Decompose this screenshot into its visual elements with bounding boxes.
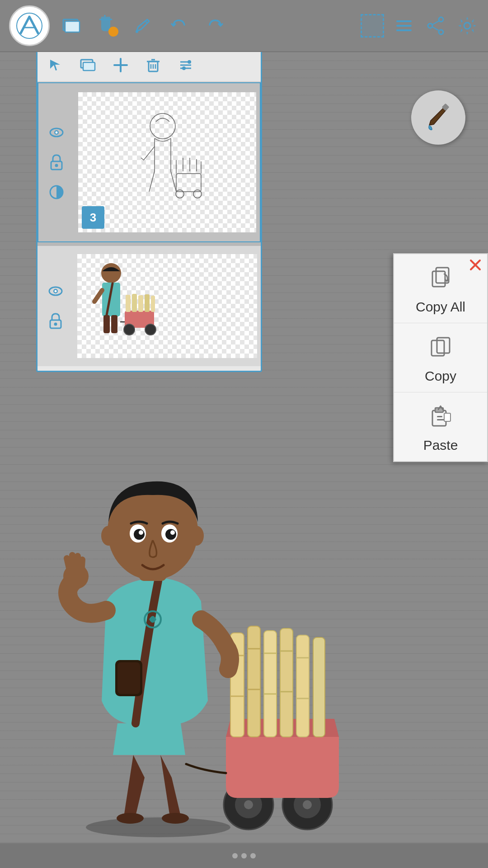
delete-layer-button[interactable] — [143, 55, 163, 75]
svg-point-110 — [170, 530, 175, 535]
svg-point-48 — [101, 263, 121, 283]
selection-box-button[interactable] — [361, 14, 384, 38]
svg-point-32 — [55, 164, 58, 167]
layer-1-lock-button[interactable] — [48, 154, 65, 171]
layers-stack-icon — [79, 56, 97, 74]
paste-icon — [427, 402, 454, 434]
copy-label: Copy — [425, 368, 456, 384]
svg-point-98 — [117, 813, 144, 824]
svg-point-109 — [165, 529, 176, 540]
redo-button[interactable] — [203, 14, 227, 38]
svg-line-10 — [432, 21, 439, 25]
lock-icon — [49, 154, 64, 170]
svg-point-106 — [134, 529, 145, 540]
layer-2-controls — [38, 278, 74, 334]
layer-1[interactable]: 3 — [38, 82, 261, 242]
layer-2-visibility-button[interactable] — [47, 283, 64, 300]
svg-rect-50 — [103, 315, 110, 333]
copy-svg — [427, 333, 454, 360]
svg-point-30 — [56, 132, 58, 134]
layer-1-thumbnail: 3 — [78, 92, 256, 232]
svg-point-3 — [136, 30, 138, 33]
svg-point-7 — [439, 17, 443, 22]
hamburger-menu-button[interactable] — [392, 14, 416, 38]
options-icon — [177, 56, 195, 74]
trash-icon — [144, 56, 162, 74]
svg-rect-97 — [313, 637, 325, 737]
paint-color-indicator — [108, 27, 118, 37]
add-layer-button[interactable] — [78, 55, 98, 75]
plus-icon — [112, 56, 130, 74]
eye-icon-2 — [47, 283, 64, 299]
gear-icon — [456, 15, 478, 37]
toolbar — [0, 0, 488, 52]
svg-point-12 — [464, 23, 470, 29]
svg-rect-4 — [396, 20, 412, 22]
copy-menu-item[interactable]: Copy — [394, 323, 487, 392]
layers-tool-button[interactable] — [59, 14, 82, 38]
svg-point-54 — [124, 324, 135, 335]
copy-all-icon — [427, 264, 454, 296]
svg-point-26 — [188, 60, 191, 64]
eyedropper-tool-button[interactable] — [131, 14, 155, 38]
layer-2-thumbnail — [77, 254, 257, 358]
layer-2[interactable] — [38, 246, 261, 366]
brush-icon — [422, 102, 454, 133]
select-icon — [47, 56, 65, 74]
svg-point-45 — [55, 290, 57, 292]
svg-rect-85 — [248, 626, 260, 737]
svg-point-47 — [54, 323, 57, 326]
opacity-icon — [48, 184, 65, 200]
svg-rect-51 — [111, 315, 117, 333]
main-illustration — [27, 457, 343, 841]
copy-all-svg — [427, 264, 454, 291]
bottom-bar — [0, 843, 488, 868]
select-layer-button[interactable] — [46, 55, 66, 75]
bottom-dots — [232, 853, 256, 859]
svg-rect-88 — [264, 631, 277, 737]
undo-icon — [169, 16, 189, 36]
layers-panel: 3 — [36, 47, 262, 372]
new-layer-button[interactable] — [111, 55, 131, 75]
share-button[interactable] — [424, 14, 447, 38]
layer-options-button[interactable] — [176, 55, 196, 75]
brush-circle-button[interactable] — [411, 90, 465, 145]
eye-icon — [48, 124, 65, 141]
context-menu-close-button[interactable] — [467, 257, 483, 273]
layer-1-sketch-content — [122, 101, 212, 223]
layer-2-lock-button[interactable] — [47, 312, 64, 330]
app-logo[interactable] — [9, 5, 50, 46]
close-icon — [467, 257, 483, 273]
eyedropper-icon — [133, 16, 153, 36]
copy-all-label: Copy All — [416, 299, 465, 315]
layer-separator — [38, 242, 261, 246]
layer-1-opacity-button[interactable] — [48, 184, 65, 201]
redo-icon — [205, 16, 225, 36]
paste-label: Paste — [423, 438, 458, 453]
layer-2-content — [77, 254, 163, 349]
layers-panel-header — [38, 49, 261, 82]
dot-1 — [232, 853, 238, 859]
svg-rect-57 — [132, 294, 137, 312]
layers-icon — [60, 15, 81, 37]
toolbar-tools — [59, 14, 361, 38]
svg-point-81 — [303, 800, 312, 809]
lock-icon-2 — [48, 313, 63, 329]
svg-point-27 — [182, 66, 186, 70]
svg-rect-94 — [296, 635, 309, 737]
hamburger-icon — [394, 15, 414, 36]
svg-rect-60 — [151, 296, 155, 312]
svg-point-107 — [139, 530, 143, 535]
copy-icon — [427, 333, 454, 365]
undo-button[interactable] — [167, 14, 191, 38]
layer-number-badge: 3 — [82, 206, 104, 229]
toolbar-right-tools — [361, 14, 479, 38]
logo-icon — [16, 12, 43, 39]
layer-1-visibility-button[interactable] — [48, 124, 65, 141]
settings-button[interactable] — [455, 14, 479, 38]
dot-3 — [250, 853, 256, 859]
paint-bucket-tool-button[interactable] — [95, 14, 118, 38]
paste-svg — [427, 402, 454, 429]
dot-2 — [241, 853, 247, 859]
paste-menu-item[interactable]: Paste — [394, 392, 487, 461]
